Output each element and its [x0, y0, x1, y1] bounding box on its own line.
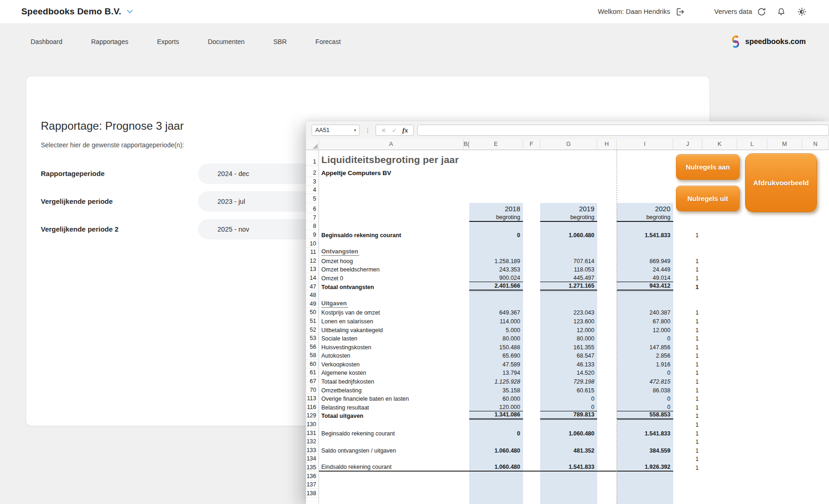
- cell-value-2020[interactable]: [617, 472, 673, 480]
- cell[interactable]: [737, 230, 767, 239]
- cell-value-2019[interactable]: [540, 150, 597, 166]
- cell-label[interactable]: Beginsaldo rekening courant: [319, 230, 464, 239]
- cell[interactable]: [737, 291, 767, 300]
- cell-value-2018[interactable]: [469, 454, 523, 463]
- cell[interactable]: [767, 403, 802, 411]
- cell[interactable]: [737, 385, 767, 394]
- cell-value-2019[interactable]: [540, 166, 597, 177]
- cell-value-2019[interactable]: 223.043: [540, 308, 597, 317]
- cell-value-2018[interactable]: [469, 299, 523, 308]
- cell[interactable]: [597, 463, 617, 472]
- cell[interactable]: [464, 472, 469, 480]
- cell-value-2019[interactable]: [540, 186, 597, 195]
- cell[interactable]: [802, 316, 829, 325]
- cell-value-2020[interactable]: 2020: [617, 203, 673, 213]
- row-number[interactable]: 67: [306, 377, 319, 385]
- cell-value-2020[interactable]: [617, 222, 673, 231]
- cell-value-2018[interactable]: [469, 222, 523, 231]
- cell[interactable]: [523, 446, 540, 454]
- cell[interactable]: [802, 222, 829, 231]
- cell-value-2020[interactable]: 0: [617, 403, 673, 411]
- cancel-icon[interactable]: ✕: [381, 127, 386, 134]
- cell[interactable]: [702, 248, 737, 257]
- cell[interactable]: [523, 472, 540, 480]
- cell-label[interactable]: Overige financiele baten en lasten: [319, 394, 464, 403]
- cell-value-2020[interactable]: [617, 150, 673, 166]
- cell[interactable]: [702, 325, 737, 334]
- cell-flag[interactable]: 1: [673, 230, 702, 239]
- cell[interactable]: [597, 299, 617, 308]
- row-number[interactable]: 8: [306, 222, 319, 231]
- cell[interactable]: [464, 437, 469, 446]
- row-number[interactable]: 70: [306, 385, 319, 394]
- cell[interactable]: [523, 308, 540, 317]
- cell[interactable]: [737, 437, 767, 446]
- cell[interactable]: [702, 472, 737, 480]
- cell[interactable]: [802, 213, 829, 222]
- cell-value-2020[interactable]: begroting: [617, 213, 673, 222]
- cell-value-2020[interactable]: [617, 498, 673, 504]
- cell[interactable]: [702, 299, 737, 308]
- cell[interactable]: [523, 282, 540, 291]
- cell[interactable]: [802, 230, 829, 239]
- cell[interactable]: [737, 239, 767, 248]
- row-number[interactable]: 11: [306, 248, 319, 257]
- cell-value-2020[interactable]: 24.449: [617, 265, 673, 274]
- cell[interactable]: [464, 213, 469, 222]
- cell-value-2019[interactable]: [540, 489, 597, 498]
- cell[interactable]: [464, 291, 469, 300]
- cell-value-2019[interactable]: 789.813: [540, 411, 597, 420]
- cell[interactable]: [464, 394, 469, 403]
- cell[interactable]: [523, 248, 540, 257]
- cell-label[interactable]: Omzet hoog: [319, 256, 464, 265]
- cell[interactable]: [702, 368, 737, 377]
- cell-value-2020[interactable]: 384.559: [617, 446, 673, 454]
- cell[interactable]: [523, 194, 540, 203]
- formula-input[interactable]: [417, 125, 829, 136]
- cell[interactable]: [597, 248, 617, 257]
- cell[interactable]: [737, 368, 767, 377]
- cell-label[interactable]: Liquiditeitsbegroting per jaar: [319, 150, 464, 166]
- cell[interactable]: [702, 480, 737, 489]
- cell[interactable]: [523, 186, 540, 195]
- cell[interactable]: [464, 446, 469, 454]
- cell-value-2018[interactable]: 1.060.480: [469, 446, 523, 454]
- cell-label[interactable]: [319, 239, 464, 248]
- cell[interactable]: [737, 351, 767, 360]
- cell-value-2019[interactable]: 0: [540, 403, 597, 411]
- cell[interactable]: [702, 239, 737, 248]
- row-number[interactable]: 133: [306, 446, 319, 454]
- cell[interactable]: [737, 359, 767, 368]
- cell[interactable]: [523, 265, 540, 274]
- cell-value-2018[interactable]: 114.000: [469, 316, 523, 325]
- row-number[interactable]: 7: [306, 213, 319, 222]
- cell[interactable]: [737, 446, 767, 454]
- cell[interactable]: [597, 498, 617, 504]
- cell-value-2020[interactable]: 1.926.392: [617, 463, 673, 472]
- cell[interactable]: [597, 428, 617, 437]
- cell-label[interactable]: [319, 498, 464, 504]
- cell-value-2019[interactable]: 1.271.165: [540, 282, 597, 291]
- cell-value-2020[interactable]: 49.014: [617, 273, 673, 282]
- cell[interactable]: [737, 248, 767, 257]
- cell[interactable]: [464, 256, 469, 265]
- cell-flag[interactable]: 1: [673, 265, 702, 274]
- cell[interactable]: [737, 213, 767, 222]
- cell-flag[interactable]: 1: [673, 377, 702, 385]
- cell-flag[interactable]: 1: [673, 359, 702, 368]
- cell[interactable]: [802, 377, 829, 385]
- cell[interactable]: [597, 194, 617, 203]
- column-header-G[interactable]: G: [540, 139, 597, 150]
- company-selector[interactable]: Speedbooks Demo B.V.: [21, 6, 134, 17]
- cell[interactable]: [737, 282, 767, 291]
- cell-flag[interactable]: 1: [673, 308, 702, 317]
- cell[interactable]: [464, 377, 469, 385]
- cell[interactable]: [802, 282, 829, 291]
- cell[interactable]: [464, 239, 469, 248]
- cell[interactable]: [802, 411, 829, 420]
- cell[interactable]: [523, 454, 540, 463]
- cell[interactable]: [802, 498, 829, 504]
- cell-flag[interactable]: 1: [673, 368, 702, 377]
- cell-value-2018[interactable]: 60.000: [469, 394, 523, 403]
- cell-label[interactable]: Sociale lasten: [319, 334, 464, 343]
